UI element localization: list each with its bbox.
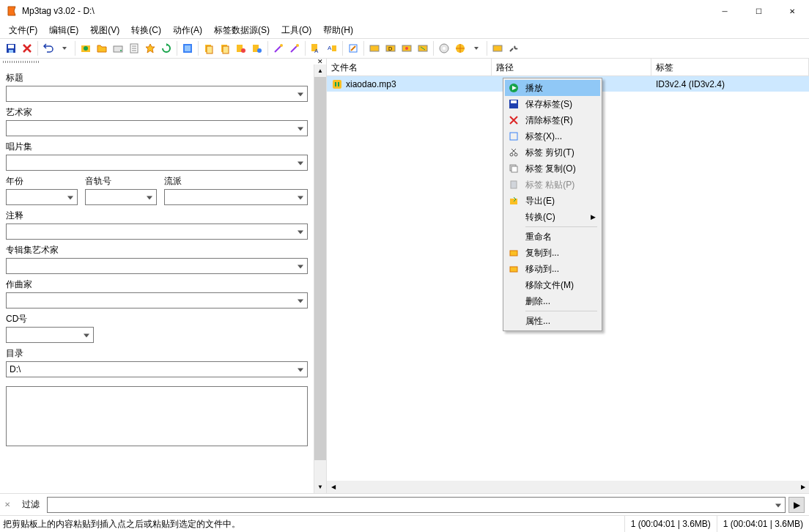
- composer-input[interactable]: [6, 292, 308, 309]
- column-tag[interactable]: 标签: [651, 59, 809, 75]
- ctx-remove[interactable]: 清除标签(R): [505, 112, 600, 128]
- horizontal-scrollbar[interactable]: ◀ ▶: [327, 481, 809, 493]
- filter-input[interactable]: [47, 497, 786, 513]
- composer-label: 作曲家: [6, 278, 308, 291]
- menu-tagsources[interactable]: 标签数据源(S): [208, 23, 276, 38]
- wand2-icon[interactable]: [287, 40, 303, 56]
- filter-go-button[interactable]: ▶: [788, 497, 805, 513]
- cover-box[interactable]: [6, 386, 308, 446]
- menu-edit[interactable]: 编辑(E): [43, 23, 84, 38]
- maximize-button[interactable]: ☐: [742, 0, 775, 22]
- delete-icon[interactable]: [19, 40, 35, 56]
- minimize-button[interactable]: ─: [708, 0, 742, 22]
- tools-icon[interactable]: [490, 40, 506, 56]
- submenu-arrow-icon: ▶: [591, 213, 596, 221]
- year-input[interactable]: [6, 189, 78, 205]
- svg-point-18: [280, 44, 283, 47]
- scroll-right-icon[interactable]: ▶: [797, 481, 809, 493]
- ctx-moveto[interactable]: 移动到...: [505, 261, 600, 277]
- svg-point-41: [514, 153, 517, 156]
- track-input[interactable]: [85, 189, 157, 205]
- folder-icon[interactable]: [94, 40, 110, 56]
- svg-point-4: [84, 46, 88, 51]
- paste-script-icon[interactable]: [249, 40, 265, 56]
- selectall-icon[interactable]: [180, 40, 196, 56]
- album-input[interactable]: [6, 155, 308, 171]
- menu-convert[interactable]: 转换(C): [125, 23, 167, 38]
- globe-icon[interactable]: [452, 40, 468, 56]
- scroll-down-icon[interactable]: ▼: [314, 481, 326, 493]
- ctx-rename[interactable]: 重命名: [505, 229, 600, 245]
- wand1-icon[interactable]: [270, 40, 287, 56]
- tagfile2-icon[interactable]: A: [324, 40, 340, 56]
- copy1-icon[interactable]: [201, 40, 217, 56]
- discno-input[interactable]: [6, 327, 94, 343]
- ctx-convert[interactable]: 转换(C)▶: [505, 209, 600, 225]
- scroll-up-icon[interactable]: ▲: [314, 64, 326, 77]
- tagfile1-icon[interactable]: A: [308, 40, 324, 56]
- undo-dropdown-icon[interactable]: [56, 40, 73, 56]
- svg-point-29: [405, 47, 408, 50]
- panel-scrollbar[interactable]: ▲ ▼: [314, 64, 326, 493]
- playlist-icon[interactable]: [126, 40, 142, 56]
- svg-rect-39: [510, 133, 517, 140]
- settings-icon[interactable]: [506, 40, 522, 56]
- ctx-cut[interactable]: 标签 剪切(T): [505, 144, 600, 160]
- dir-input[interactable]: D:\: [6, 361, 308, 377]
- ctx-tag[interactable]: 标签(X)...: [505, 128, 600, 144]
- play-folder-icon[interactable]: [78, 40, 94, 56]
- menu-help[interactable]: 帮助(H): [317, 23, 359, 38]
- ctx-removefile[interactable]: 移除文件(M): [505, 277, 600, 293]
- ctx-copyto[interactable]: 复制到...: [505, 245, 600, 261]
- svg-point-40: [510, 153, 513, 156]
- save-icon[interactable]: [3, 40, 19, 56]
- albumartist-label: 专辑集艺术家: [6, 244, 308, 256]
- ctx-delete[interactable]: 删除...: [505, 293, 600, 309]
- window-title: Mp3tag v3.02 - D:\: [22, 6, 95, 16]
- source-dropdown-icon[interactable]: [468, 40, 484, 56]
- paste-link-icon[interactable]: [233, 40, 249, 56]
- track-label: 音轨号: [85, 175, 157, 188]
- title-input[interactable]: [6, 86, 308, 102]
- albumartist-input[interactable]: [6, 258, 308, 274]
- svg-text:A: A: [328, 45, 332, 51]
- svg-rect-44: [511, 181, 517, 188]
- edit-icon[interactable]: [345, 40, 361, 56]
- ctx-play[interactable]: 播放: [505, 80, 600, 96]
- disc-icon[interactable]: [436, 40, 452, 56]
- statusbar: 把剪贴板上的内容粘贴到插入点之后或粘贴到选定的文件中。 1 (00:04:01 …: [0, 515, 809, 532]
- filter-close-icon[interactable]: ✕: [0, 500, 15, 509]
- menu-view[interactable]: 视图(V): [84, 23, 125, 38]
- menu-file[interactable]: 文件(F): [3, 23, 43, 38]
- panel-grip[interactable]: ✕: [0, 59, 326, 64]
- num4-icon[interactable]: [415, 40, 431, 56]
- copy2-icon[interactable]: [217, 40, 233, 56]
- column-path[interactable]: 路径: [492, 59, 651, 75]
- ctx-separator: [525, 311, 597, 311]
- ctx-save[interactable]: 保存标签(S): [505, 96, 600, 112]
- svg-rect-43: [511, 166, 517, 172]
- artist-input[interactable]: [6, 120, 308, 136]
- num1-icon[interactable]: [366, 40, 383, 56]
- refresh-icon[interactable]: [158, 40, 174, 56]
- toolbar: A A D: [0, 38, 809, 59]
- undo-icon[interactable]: [40, 40, 56, 56]
- ctx-props[interactable]: 属性...: [505, 313, 600, 329]
- comment-input[interactable]: [6, 223, 308, 240]
- mp3-icon: [331, 78, 343, 90]
- column-filename[interactable]: 文件名: [327, 59, 492, 75]
- ctx-export[interactable]: 导出(E): [505, 193, 600, 209]
- num2-icon[interactable]: D: [383, 40, 399, 56]
- menu-tools[interactable]: 工具(O): [276, 23, 317, 38]
- genre-input[interactable]: [164, 189, 308, 205]
- scroll-left-icon[interactable]: ◀: [327, 481, 339, 493]
- filter-bar: ✕ 过滤 ▶: [0, 493, 809, 515]
- favorite-icon[interactable]: [142, 40, 158, 56]
- num3-icon[interactable]: [399, 40, 415, 56]
- menu-actions[interactable]: 动作(A): [167, 23, 208, 38]
- close-button[interactable]: ✕: [775, 0, 809, 22]
- status-selection: 1 (00:04:01 | 3.6MB): [624, 516, 717, 532]
- drive-icon[interactable]: [110, 40, 126, 56]
- tag-panel: ✕ 标题 艺术家 唱片集 年份 音轨号 流派 注释 专辑集艺术家 作曲家 CD号…: [0, 59, 327, 493]
- ctx-copy[interactable]: 标签 复制(O): [505, 160, 600, 177]
